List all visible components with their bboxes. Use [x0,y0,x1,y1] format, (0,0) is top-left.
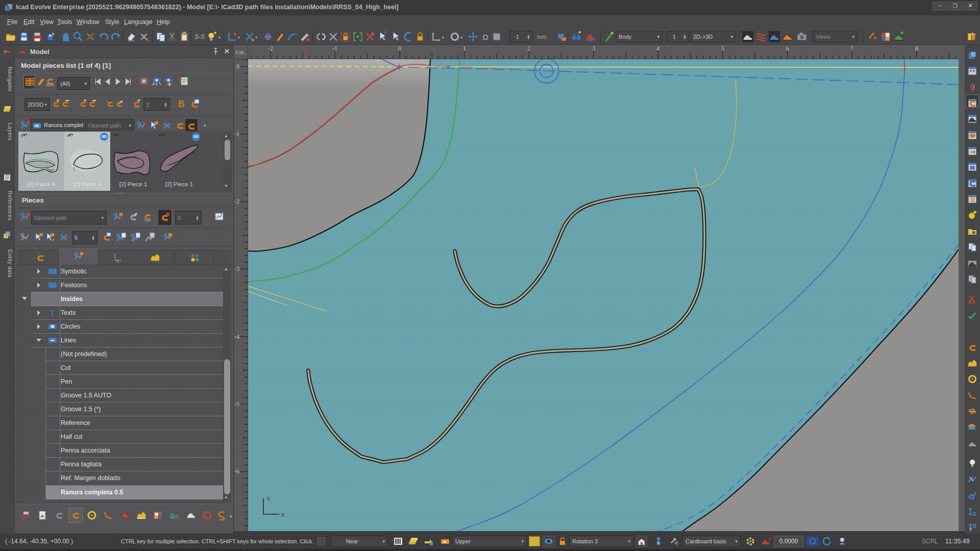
svg-text:X: X [281,512,285,518]
svg-text:CAD: CAD [840,543,845,546]
svg-text:1: 1 [463,45,466,52]
svg-text:2: 2 [527,45,530,52]
svg-text:S: S [768,537,771,541]
svg-text:S-S: S-S [194,33,205,40]
svg-text:-5: -5 [234,400,239,408]
svg-text:T: T [50,309,55,317]
svg-text:0: 0 [236,63,239,70]
svg-text:-2: -2 [234,198,239,205]
svg-text:6: 6 [786,45,789,52]
svg-text:7: 7 [850,45,853,52]
svg-text:B: B [178,99,185,109]
svg-text:-1: -1 [332,45,337,52]
svg-text:-2: -2 [268,45,273,52]
svg-text:-6: -6 [234,468,239,475]
svg-text:Ω: Ω [482,33,488,41]
svg-text:3: 3 [592,45,595,52]
svg-text:4: 4 [656,45,659,52]
svg-text:-3: -3 [234,265,239,272]
svg-text:Y: Y [266,495,271,502]
svg-text:-4: -4 [234,333,239,340]
svg-text:-1: -1 [234,131,239,138]
svg-text:0: 0 [398,45,401,52]
svg-text:5: 5 [721,45,724,52]
svg-text:8: 8 [915,45,918,52]
